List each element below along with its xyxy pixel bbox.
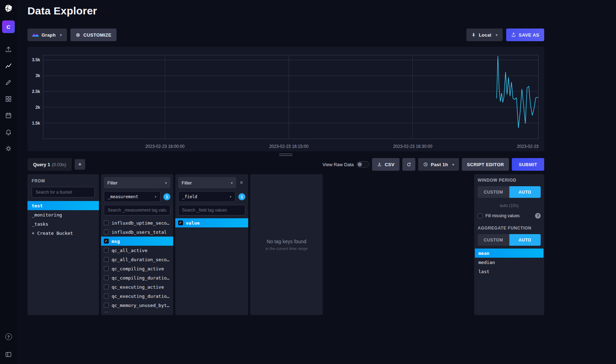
toggle-knob	[358, 162, 362, 167]
filter-type-dropdown[interactable]: Filter ▾	[104, 177, 170, 188]
aggregate-function-list: mean median last	[475, 249, 543, 312]
field-list-item[interactable]: value	[175, 218, 248, 227]
graph-icon[interactable]	[0, 57, 17, 74]
upload-icon[interactable]	[0, 41, 17, 57]
pencil-icon[interactable]	[0, 74, 17, 90]
bucket-search-input[interactable]	[32, 187, 95, 197]
sidebar-toggle-icon[interactable]	[0, 349, 17, 360]
measurement-key-dropdown[interactable]: _measurement ▾	[104, 191, 161, 202]
view-raw-data-toggle[interactable]	[357, 161, 369, 168]
bell-icon[interactable]	[0, 124, 17, 140]
chevron-down-icon: ▾	[452, 163, 454, 167]
chart-plot-area[interactable]	[43, 55, 539, 139]
window-custom-button[interactable]: CUSTOM	[478, 186, 509, 198]
bucket-list-item[interactable]: _tasks	[27, 219, 99, 228]
fill-missing-values-row: Fill missing values ?	[478, 213, 541, 219]
measurement-key-label: _measurement	[108, 194, 138, 199]
measurement-list-item[interactable]: qc_queueing_active	[101, 310, 173, 312]
checkbox-icon	[104, 266, 109, 271]
checkbox-icon	[104, 312, 109, 312]
bucket-list-item[interactable]: _monitoring	[27, 210, 99, 219]
window-auto-value: auto (10s)	[478, 203, 541, 208]
local-dropdown[interactable]: Local ▾	[466, 29, 502, 41]
aggregate-auto-button[interactable]: AUTO	[509, 234, 541, 246]
view-raw-data-label: View Raw Data	[322, 162, 354, 167]
refresh-button[interactable]	[402, 158, 415, 171]
aggregate-function-item[interactable]: median	[475, 258, 543, 267]
script-editor-button[interactable]: SCRIPT EDITOR	[462, 158, 509, 171]
measurement-list-item[interactable]: qc_all_duration_seconds	[101, 255, 173, 264]
measurement-list-item[interactable]: qc_all_active	[101, 246, 173, 255]
measurement-list-item[interactable]: qc_memory_unused_bytes	[101, 301, 173, 310]
empty-state-title: No tag keys found	[267, 239, 307, 244]
customize-button[interactable]: CUSTOMIZE	[70, 29, 117, 41]
bucket-list-item[interactable]: + Create Bucket	[27, 228, 99, 238]
help-icon[interactable]: ?	[5, 333, 12, 340]
filter-panel-head: Filter ▾ ×	[178, 177, 245, 188]
org-avatar[interactable]: C	[2, 20, 15, 33]
bucket-list-item[interactable]: test	[27, 201, 99, 210]
checkbox-icon	[104, 275, 109, 280]
checkbox-icon	[104, 239, 109, 244]
selected-count-badge: 1	[238, 193, 245, 200]
measurement-list-item[interactable]: msg	[101, 237, 173, 246]
field-list: value	[175, 218, 248, 312]
submit-button[interactable]: SUBMIT	[512, 158, 544, 171]
checkbox-icon	[104, 220, 109, 225]
measurement-list-item[interactable]: influxdb_uptime_seconds	[101, 218, 173, 227]
remove-filter-button[interactable]: ×	[238, 180, 245, 186]
close-icon: ×	[240, 180, 243, 186]
query-bar: Query 1 (0.03s) + View Raw Data CSV Past…	[27, 158, 544, 171]
visualization-type-dropdown[interactable]: Graph ▾	[27, 29, 67, 41]
graph-type-icon	[32, 32, 39, 38]
query-builder: FROM test _monitoring _tasks	[27, 174, 544, 315]
save-as-label: SAVE AS	[519, 32, 539, 38]
filter-type-label: Filter	[182, 180, 192, 186]
calendar-icon[interactable]	[0, 107, 17, 124]
field-filter-panel: Filter ▾ × _field ▾ 1	[175, 174, 248, 315]
window-period-panel: WINDOW PERIOD CUSTOM AUTO auto (10s) Fil…	[474, 174, 544, 315]
influxdb-logo[interactable]	[0, 0, 17, 17]
measurement-list-item[interactable]: qc_compiling_duration_seconds	[101, 273, 173, 282]
gear-icon	[75, 32, 81, 38]
chart-y-axis: 3.5k3k2.5k2k1.5k	[27, 55, 43, 139]
resize-handle[interactable]	[27, 151, 544, 158]
dashboards-icon[interactable]	[0, 90, 17, 107]
checkbox-icon[interactable]	[478, 213, 483, 218]
tag-key-row: _field ▾ 1	[178, 191, 245, 202]
window-auto-button[interactable]: AUTO	[509, 186, 541, 198]
checkbox-icon	[104, 303, 109, 308]
aggregate-function-item[interactable]: mean	[475, 249, 543, 258]
script-editor-label: SCRIPT EDITOR	[467, 162, 504, 167]
measurement-list-item[interactable]: qc_executing_duration_seconds	[101, 291, 173, 301]
chart-x-axis: 2023-02-23 16:00:002023-02-23 16:15:0020…	[43, 143, 539, 149]
csv-button[interactable]: CSV	[372, 158, 400, 171]
field-search-input[interactable]	[178, 205, 245, 215]
time-range-dropdown[interactable]: Past 1h ▾	[418, 158, 459, 171]
add-query-button[interactable]: +	[75, 159, 85, 170]
save-as-button[interactable]: SAVE AS	[506, 29, 544, 41]
gear-icon[interactable]	[0, 140, 17, 157]
filter-type-label: Filter	[107, 180, 118, 186]
local-label: Local	[479, 32, 491, 38]
chevron-down-icon: ▾	[60, 33, 62, 37]
aggregate-custom-button[interactable]: CUSTOM	[478, 234, 509, 246]
help-icon[interactable]: ?	[535, 213, 541, 219]
aggregate-mode-toggle: CUSTOM AUTO	[478, 234, 541, 246]
measurement-search-input[interactable]	[104, 205, 170, 215]
query-tab[interactable]: Query 1 (0.03s)	[27, 158, 72, 171]
aggregate-function-item[interactable]: last	[475, 267, 543, 276]
selected-count-badge: 1	[163, 193, 170, 200]
chevron-down-icon: ▾	[230, 195, 232, 199]
fill-missing-values-label: Fill missing values	[485, 213, 532, 218]
chart-svg	[43, 55, 538, 139]
measurement-list-item[interactable]: qc_executing_active	[101, 282, 173, 291]
visualization-type-label: Graph	[42, 32, 56, 38]
field-key-dropdown[interactable]: _field ▾	[178, 191, 235, 202]
query-duration: (0.03s)	[52, 162, 66, 167]
toolbar: Graph ▾ CUSTOMIZE Local ▾ SAVE AS	[27, 29, 544, 41]
filter-type-dropdown[interactable]: Filter ▾	[178, 177, 236, 188]
measurement-list-item[interactable]: influxdb_users_total	[101, 227, 173, 237]
sidebar: C ?	[0, 0, 17, 364]
measurement-list-item[interactable]: qc_compiling_active	[101, 264, 173, 273]
